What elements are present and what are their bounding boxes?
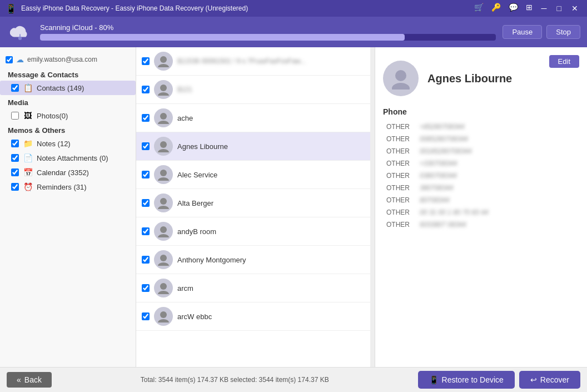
sidebar-item-contacts[interactable]: 📋 Contacts (149)	[0, 81, 136, 95]
svg-point-3	[158, 64, 169, 67]
phone-section-title: Phone	[383, 107, 579, 116]
account-checkbox[interactable]	[6, 56, 13, 63]
contact-checkbox[interactable]	[142, 199, 150, 207]
contact-avatar	[154, 80, 173, 99]
svg-point-17	[158, 262, 169, 266]
contact-row[interactable]: arcW ebbc	[136, 302, 375, 331]
contact-name: Alec Service	[177, 171, 217, 179]
detail-avatar	[383, 61, 419, 96]
calendar-label: Calendar (3352)	[37, 168, 89, 177]
contact-checkbox[interactable]	[142, 142, 150, 150]
phone-row: OTHER0085280708344	[383, 133, 579, 145]
contact-row[interactable]: $121	[136, 76, 375, 104]
contact-row[interactable]: Agnes Libourne	[136, 132, 375, 161]
svg-point-2	[160, 56, 167, 63]
contact-row[interactable]: arcm	[136, 274, 375, 302]
phone-row: OTHER6033807 08344	[383, 219, 579, 231]
phone-row: OTHER00 31 00 1 80 70 83 44	[383, 206, 579, 219]
recover-button[interactable]: ↩ Recover	[519, 371, 580, 389]
back-button[interactable]: « Back	[7, 372, 52, 388]
calendar-checkbox[interactable]	[11, 168, 19, 176]
reminders-label: Reminders (31)	[37, 183, 87, 191]
contact-row[interactable]: Anthony Montgomery	[136, 246, 375, 274]
phone-type: OTHER	[383, 206, 416, 219]
key-icon[interactable]: 🔑	[489, 3, 503, 14]
scrollbar[interactable]	[370, 47, 375, 367]
contact-checkbox[interactable]	[142, 114, 150, 122]
phone-type: OTHER	[383, 219, 416, 231]
contact-row[interactable]: andyB room	[136, 217, 375, 246]
title-bar-title: Eassiy iPhone Data Recovery - Eassiy iPh…	[21, 4, 248, 12]
close-button[interactable]: ✕	[568, 3, 581, 14]
phone-number: 00185280708344	[416, 145, 579, 157]
svg-point-16	[160, 255, 167, 261]
contact-checkbox[interactable]	[142, 86, 150, 93]
svg-point-6	[160, 113, 167, 120]
phone-row: OTHER0380708344	[383, 170, 579, 182]
status-text: Total: 3544 item(s) 174.37 KB selected: …	[141, 376, 329, 384]
pause-button[interactable]: Pause	[503, 25, 542, 39]
title-bar-controls: 🛒 🔑 💬 ⊞ ─ □ ✕	[472, 3, 581, 14]
contacts-label: Contacts (149)	[37, 84, 84, 92]
contact-avatar	[154, 222, 173, 241]
contact-checkbox[interactable]	[142, 312, 150, 320]
phone-number: 380708344	[416, 182, 579, 194]
maximize-button[interactable]: □	[554, 3, 565, 14]
chat-icon[interactable]: 💬	[506, 3, 520, 14]
notes-attach-icon: 📄	[22, 153, 33, 162]
grid-icon[interactable]: ⊞	[524, 3, 535, 14]
restore-button[interactable]: 📱 Restore to Device	[418, 371, 515, 389]
main-content: ☁ emily.watson@usa.com Message & Contact…	[0, 47, 587, 367]
contact-checkbox[interactable]	[142, 256, 150, 264]
phone-number: 00 31 00 1 80 70 83 44	[416, 206, 579, 219]
phone-number: +85280708344	[416, 121, 579, 133]
contacts-checkbox[interactable]	[11, 84, 19, 92]
progress-bar-area: Scanning iCloud - 80% Pause Stop	[0, 17, 587, 47]
sidebar-item-reminders[interactable]: ⏰ Reminders (31)	[0, 180, 136, 194]
phone-row: OTHER+85280708344	[383, 121, 579, 133]
stop-button[interactable]: Stop	[546, 25, 580, 39]
reminders-checkbox[interactable]	[11, 183, 19, 191]
svg-point-19	[158, 291, 169, 294]
contact-checkbox[interactable]	[142, 171, 150, 178]
phone-row: OTHER+330708344	[383, 157, 579, 170]
contact-avatar	[154, 279, 173, 297]
section-media: Media	[0, 95, 136, 108]
photos-checkbox[interactable]	[11, 112, 19, 120]
svg-point-5	[158, 92, 169, 96]
account-row: ☁ emily.watson@usa.com	[0, 52, 136, 67]
svg-point-0	[18, 36, 22, 39]
contact-row[interactable]: ache	[136, 104, 375, 132]
store-icon[interactable]: 🛒	[472, 3, 486, 14]
account-cloud-icon: ☁	[16, 55, 24, 64]
notes-attach-checkbox[interactable]	[11, 154, 19, 162]
contact-checkbox[interactable]	[142, 57, 150, 65]
sidebar-item-calendar[interactable]: 📅 Calendar (3352)	[0, 165, 136, 180]
sidebar-item-photos[interactable]: 🖼 Photos(0)	[0, 108, 136, 123]
notes-checkbox[interactable]	[11, 140, 19, 147]
svg-point-4	[160, 85, 167, 91]
svg-point-9	[158, 149, 169, 152]
contact-checkbox[interactable]	[142, 227, 150, 235]
svg-point-23	[392, 83, 410, 90]
contact-avatar	[154, 307, 173, 326]
progress-label: Scanning iCloud - 80%	[40, 23, 496, 32]
app-icon: 📱	[6, 3, 17, 14]
contact-row[interactable]: Alta Berger	[136, 189, 375, 217]
edit-button[interactable]: Edit	[549, 55, 579, 68]
progress-track	[40, 34, 496, 41]
contact-row[interactable]: Alec Service	[136, 161, 375, 189]
contact-checkbox[interactable]	[142, 284, 150, 292]
title-bar: 📱 Eassiy iPhone Data Recovery - Eassiy i…	[0, 0, 587, 17]
title-bar-left: 📱 Eassiy iPhone Data Recovery - Eassiy i…	[6, 3, 248, 14]
sidebar: ☁ emily.watson@usa.com Message & Contact…	[0, 47, 136, 367]
phone-table: OTHER+85280708344OTHER0085280708344OTHER…	[383, 121, 579, 231]
contact-avatar	[154, 108, 173, 127]
phone-number: 0380708344	[416, 170, 579, 182]
minimize-button[interactable]: ─	[538, 3, 550, 14]
phone-number: 80708344	[416, 194, 579, 206]
contact-row[interactable]: $11536 00061501 ! 9 s 7FcasFasFosFaw...	[136, 47, 375, 76]
sidebar-item-notes[interactable]: 📁 Notes (12)	[0, 136, 136, 151]
contact-name: Anthony Montgomery	[177, 256, 246, 264]
sidebar-item-notes-attach[interactable]: 📄 Notes Attachments (0)	[0, 151, 136, 165]
